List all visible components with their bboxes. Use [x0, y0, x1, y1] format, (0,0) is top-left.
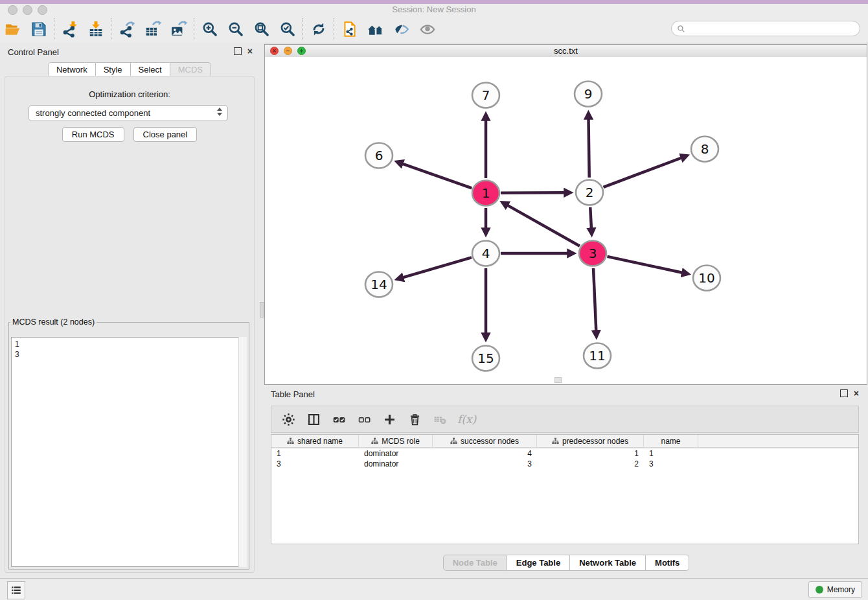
hide-graphics-details-icon[interactable]	[389, 17, 415, 41]
table-cell[interactable]: 4	[433, 448, 537, 459]
network-window-titlebar[interactable]: × − + scc.txt	[265, 45, 867, 58]
network-window-title: scc.txt	[265, 46, 867, 56]
graph-node-label: 10	[698, 270, 714, 286]
zoom-fit-icon[interactable]	[249, 17, 275, 41]
graph-node-label: 15	[477, 351, 494, 366]
network-canvas[interactable]: 1234678910111415	[265, 57, 867, 384]
delete-column-icon[interactable]	[407, 411, 422, 427]
zoom-out-icon[interactable]	[223, 17, 249, 41]
zoom-in-icon[interactable]	[197, 17, 223, 41]
table-cell[interactable]: 1	[271, 448, 359, 459]
close-panel-icon[interactable]: ×	[247, 48, 253, 54]
graph-node-label: 11	[589, 348, 605, 363]
table-tabs: Node TableEdge TableNetwork TableMotifs	[264, 555, 868, 571]
edge-1-6[interactable]	[403, 164, 472, 188]
split-columns-icon[interactable]	[306, 411, 321, 427]
search-icon	[677, 25, 685, 33]
tab-edge-table[interactable]: Edge Table	[507, 555, 570, 571]
table-cell[interactable]: 1	[644, 448, 698, 459]
tab-network[interactable]: Network	[48, 62, 96, 77]
export-image-icon[interactable]	[166, 17, 192, 41]
table-row[interactable]: 3dominator323	[271, 459, 858, 469]
list-icon	[10, 584, 22, 596]
table-cell[interactable]: 1	[537, 448, 644, 459]
toolbar-separator	[334, 18, 335, 40]
graph-node-label: 6	[375, 148, 383, 163]
network-graph[interactable]: 1234678910111415	[265, 57, 867, 384]
select-all-checkboxes-icon[interactable]	[331, 411, 347, 427]
hierarchy-icon	[450, 437, 457, 444]
vertical-splitter[interactable]	[259, 43, 264, 578]
first-neighbors-icon[interactable]	[363, 17, 389, 41]
tab-select[interactable]: Select	[131, 62, 170, 77]
control-panel-tabs: NetworkStyleSelectMCDS	[0, 62, 259, 77]
search-input[interactable]	[689, 23, 854, 34]
close-table-panel-icon[interactable]: ×	[854, 390, 859, 397]
toolbar-separator	[303, 18, 304, 40]
splitter-grip[interactable]	[260, 302, 264, 317]
import-network-icon[interactable]	[57, 17, 83, 41]
edge-3-10[interactable]	[607, 257, 681, 273]
run-mcds-button[interactable]: Run MCDS	[62, 127, 124, 142]
deselect-all-checkboxes-icon[interactable]	[356, 411, 372, 427]
close-panel-button[interactable]: Close panel	[133, 127, 198, 142]
mcds-result-text[interactable]: 1 3	[11, 337, 247, 567]
float-panel-icon[interactable]	[234, 47, 242, 55]
table-header-row: shared nameMCDS rolesuccessor nodesprede…	[271, 435, 858, 448]
table-panel: Table Panel ×	[264, 385, 868, 578]
edge-2-9[interactable]	[589, 119, 589, 178]
network-bottom-grip[interactable]	[554, 377, 562, 383]
refresh-layout-icon[interactable]	[306, 17, 332, 41]
table-row[interactable]: 1dominator411	[271, 448, 858, 459]
table-cell[interactable]: 3	[271, 459, 359, 469]
table-cell[interactable]: dominator	[359, 448, 433, 459]
column-header-predecessor-nodes[interactable]: predecessor nodes	[537, 435, 644, 447]
table-cell[interactable]: dominator	[359, 459, 433, 469]
mcds-result-title: MCDS result (2 nodes)	[10, 317, 97, 327]
add-column-icon[interactable]	[382, 411, 397, 427]
save-session-icon[interactable]	[26, 17, 52, 41]
table-cell[interactable]: 3	[644, 459, 698, 469]
graph-node-label: 4	[482, 246, 490, 261]
zoom-selected-icon[interactable]	[275, 17, 301, 41]
export-table-icon[interactable]	[140, 17, 166, 41]
edge-2-8[interactable]	[604, 158, 681, 187]
edge-4-14[interactable]	[403, 257, 471, 277]
export-network-icon[interactable]	[114, 17, 140, 41]
tab-motifs[interactable]: Motifs	[646, 555, 689, 571]
search-box[interactable]	[671, 21, 860, 36]
tab-style[interactable]: Style	[96, 62, 131, 77]
new-network-from-selection-icon[interactable]	[337, 17, 363, 41]
tab-network-table[interactable]: Network Table	[570, 555, 646, 571]
column-header-shared-name[interactable]: shared name	[271, 435, 359, 447]
table-panel-title: Table Panel	[271, 389, 315, 399]
table-cell[interactable]: 3	[433, 459, 537, 469]
column-header-MCDS-role[interactable]: MCDS role	[359, 435, 433, 447]
edge-1-2[interactable]	[501, 192, 564, 193]
gear-icon[interactable]	[280, 411, 296, 427]
app-titlebar: Session: New Session	[0, 4, 868, 16]
optimization-criterion-label: Optimization criterion:	[5, 89, 254, 99]
network-view-window: × − + scc.txt 1234678910111415	[264, 44, 867, 385]
mcds-panel: Optimization criterion: strongly connect…	[5, 76, 255, 573]
table-cell[interactable]: 2	[537, 459, 644, 469]
edge-2-3[interactable]	[590, 207, 591, 228]
result-scrollbar[interactable]	[238, 337, 247, 567]
task-history-button[interactable]	[7, 581, 25, 599]
import-table-icon[interactable]	[83, 17, 109, 41]
toolbar-separator	[194, 18, 195, 40]
edge-3-11[interactable]	[593, 268, 596, 330]
show-eye-icon[interactable]	[415, 17, 440, 41]
function-builder-icon: f(x)	[457, 413, 476, 426]
mcds-result-group: MCDS result (2 nodes) 1 3	[8, 317, 249, 570]
criterion-value: strongly connected component	[36, 108, 150, 118]
column-header-successor-nodes[interactable]: successor nodes	[433, 435, 537, 447]
column-header-name[interactable]: name	[644, 435, 698, 447]
tab-node-table[interactable]: Node Table	[443, 555, 507, 571]
open-file-icon[interactable]	[0, 17, 26, 41]
memory-button[interactable]: Memory	[808, 581, 862, 598]
edge-3-1[interactable]	[508, 205, 580, 246]
float-table-panel-icon[interactable]	[840, 389, 848, 397]
criterion-dropdown[interactable]: strongly connected component	[29, 105, 228, 121]
tab-mcds[interactable]: MCDS	[170, 62, 211, 77]
